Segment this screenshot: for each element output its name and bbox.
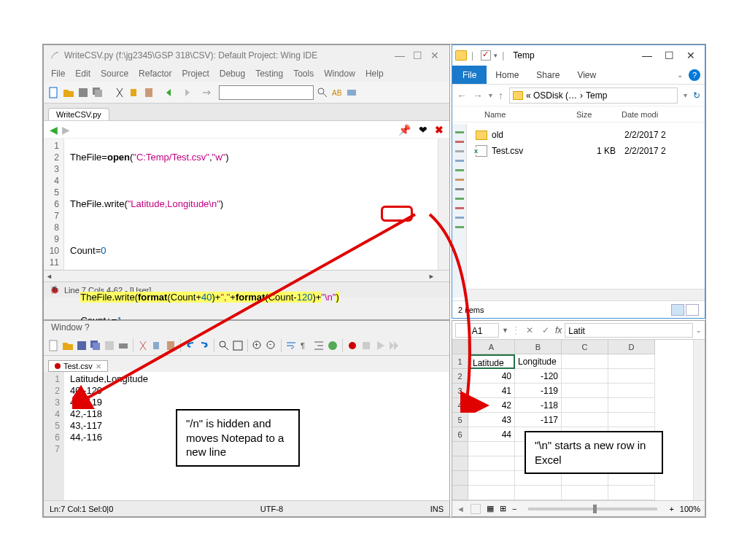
details-view-icon[interactable] [671,304,684,316]
select-all-corner[interactable] [452,340,468,354]
cell[interactable]: -120 [515,369,562,384]
sheet-nav-left-icon[interactable]: ◄ [457,505,465,513]
replace-icon[interactable] [232,340,244,351]
breadcrumb-osdisk[interactable]: « OSDisk (… [526,90,577,101]
chevron-down-icon[interactable]: ▾ [494,52,498,59]
menu-refactor[interactable]: Refactor [139,69,171,79]
maximize-icon[interactable]: ☐ [658,50,680,61]
redo-icon[interactable] [179,87,191,98]
nav-up-icon[interactable]: ↑ [498,90,503,101]
closeall-icon[interactable] [104,340,115,351]
cut-icon[interactable] [114,87,125,98]
wordwrap-icon[interactable] [285,340,297,351]
cell[interactable]: 40 [468,369,515,384]
cell-a1[interactable]: Latitude [468,354,515,369]
name-box[interactable]: A1 [455,323,499,338]
menu-window[interactable]: Window [324,69,355,79]
icons-view-icon[interactable] [686,304,699,316]
saveall-icon[interactable] [90,340,101,351]
help-icon[interactable]: ? [689,69,700,81]
new-file-icon[interactable] [48,87,60,98]
nav-fwd-icon[interactable]: ▶ [62,124,70,136]
page-layout-icon[interactable]: ▦ [487,504,494,513]
cell[interactable] [608,398,655,413]
close-tab-icon[interactable]: ✕ [96,362,101,370]
config-icon[interactable] [346,87,357,98]
tab-writecsv[interactable]: WriteCSV.py [48,108,109,120]
cut-icon[interactable] [137,340,149,351]
cell[interactable] [562,384,608,398]
ribbon-home[interactable]: Home [487,70,527,80]
zoom-slider[interactable] [528,508,657,510]
breadcrumb-temp[interactable]: Temp [586,90,607,101]
undo-icon[interactable] [165,87,177,98]
cell[interactable] [608,413,655,427]
cancel-formula-icon[interactable]: ✕ [523,325,536,335]
cell[interactable]: -119 [515,384,562,398]
paste-icon[interactable] [143,87,155,98]
nav-back-icon[interactable]: ← [457,90,467,101]
npp-menubar[interactable]: Window ? [44,321,449,335]
column-headers[interactable]: ABCD [468,340,693,354]
col-name[interactable]: Name [484,110,576,119]
open-icon[interactable] [62,340,74,351]
copy-icon[interactable] [151,340,163,351]
cell[interactable] [562,354,608,369]
fx-icon[interactable]: fx [555,325,562,335]
goto-icon[interactable] [201,87,213,98]
copy-icon[interactable] [128,87,140,98]
showchars-icon[interactable]: ¶ [299,340,311,351]
compare-icon[interactable]: AB [331,87,343,98]
paste-icon[interactable] [165,340,177,351]
save-icon[interactable] [77,87,89,98]
save-icon[interactable] [76,340,88,351]
vscrollbar[interactable] [693,340,705,500]
hscrollbar[interactable] [44,270,449,281]
cell[interactable]: Longitude [515,354,562,369]
col-size[interactable]: Size [576,110,622,119]
chevron-down-icon[interactable]: ▼ [502,327,508,334]
cell[interactable]: 41 [468,384,515,398]
nav-back-icon[interactable]: ◀ [50,124,58,136]
hscrollbar[interactable] [467,289,705,300]
cell[interactable] [562,369,608,384]
cell[interactable]: -117 [515,413,562,427]
ribbon-file[interactable]: File [452,66,487,84]
pagebreak-view-icon[interactable]: ⊞ [500,504,506,513]
cell[interactable] [562,486,608,500]
macro-multi-icon[interactable] [388,340,400,351]
zoomin-icon[interactable]: + [252,340,263,351]
nav-fwd-icon[interactable]: → [473,90,483,101]
new-icon[interactable] [48,340,60,351]
spreadsheet-grid[interactable]: 123456 ABCD LatitudeLongitude 40-120 41-… [452,340,705,500]
normal-view-icon[interactable] [471,504,481,514]
refresh-icon[interactable]: ↻ [693,90,700,101]
minimize-icon[interactable]: — [391,50,409,61]
redo-icon[interactable] [198,340,210,351]
zoomout-icon[interactable]: - [266,340,277,351]
cell[interactable] [515,486,562,500]
menu-file[interactable]: File [51,69,65,79]
menu-testing[interactable]: Testing [255,69,283,79]
code-lines[interactable]: TheFile=open("C:Temp/Test.csv","w") TheF… [64,139,438,270]
cell[interactable] [608,369,655,384]
pin-icon[interactable]: 📌 [398,124,411,136]
formula-input[interactable]: Latit [565,323,693,338]
expand-ribbon-icon[interactable]: ⌄ [671,71,689,79]
open-icon[interactable] [63,87,74,98]
chevron-down-icon[interactable]: ▾ [684,91,687,99]
menu-help[interactable]: Help [365,69,384,79]
expand-formula-icon[interactable]: ⌄ [696,327,702,334]
lang-icon[interactable] [327,340,338,351]
undo-icon[interactable] [185,340,196,351]
maximize-icon[interactable]: ☐ [409,50,426,61]
navigation-pane[interactable] [452,124,467,298]
search-icon[interactable] [317,87,328,98]
macro-stop-icon[interactable] [360,340,372,351]
list-item[interactable]: old 2/2/2017 2 [476,127,705,143]
saveall-icon[interactable] [92,87,104,98]
cell[interactable] [468,456,515,471]
print-icon[interactable] [117,340,129,351]
cell[interactable] [468,471,515,486]
close-icon[interactable]: ✕ [426,50,444,61]
